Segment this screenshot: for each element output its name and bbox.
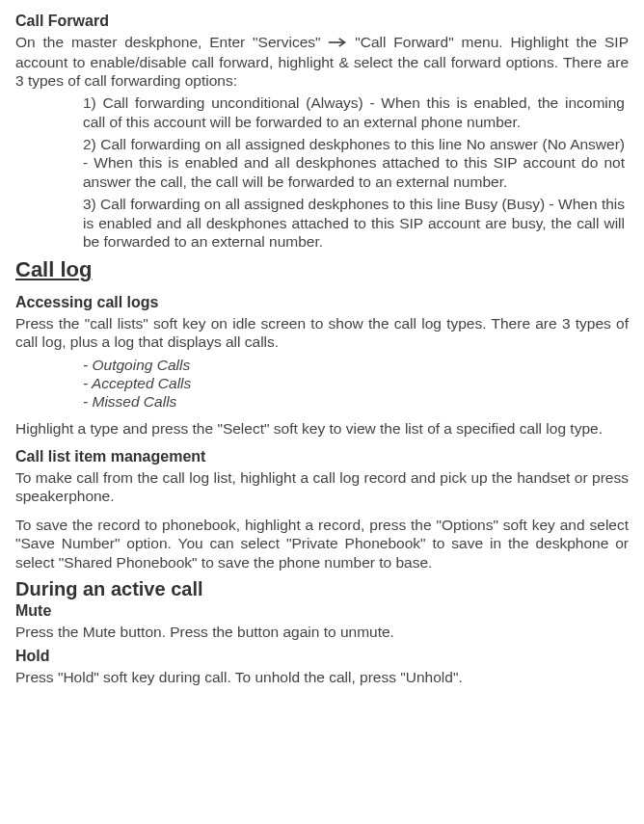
accessing-call-logs-text: Press the "call lists" soft key on idle …	[15, 314, 629, 352]
call-list-mgmt-heading: Call list item management	[15, 447, 629, 466]
log-type-accepted: - Accepted Calls	[83, 374, 629, 392]
accessing-call-logs-heading: Accessing call logs	[15, 293, 629, 312]
mute-text: Press the Mute button. Press the button …	[15, 623, 629, 641]
hold-text: Press "Hold" soft key during call. To un…	[15, 668, 629, 686]
hold-heading: Hold	[15, 647, 629, 666]
call-list-mgmt-text2: To save the record to phonebook, highlig…	[15, 516, 629, 571]
call-list-mgmt-text1: To make call from the call log list, hig…	[15, 468, 629, 506]
mute-heading: Mute	[15, 601, 629, 621]
call-forward-heading: Call Forward	[15, 12, 629, 31]
during-active-call-heading: During an active call	[15, 577, 629, 601]
call-forward-intro-part1: On the master deskphone, Enter "Services…	[15, 34, 328, 50]
arrow-right-icon	[328, 34, 347, 52]
call-forward-intro: On the master deskphone, Enter "Services…	[15, 33, 629, 90]
call-forward-opt3: 3) Call forwarding on all assigned deskp…	[83, 195, 625, 251]
call-forward-opt2: 2) Call forwarding on all assigned deskp…	[83, 135, 625, 191]
highlight-type-text: Highlight a type and press the "Select" …	[15, 419, 629, 438]
log-type-missed: - Missed Calls	[83, 392, 629, 411]
call-forward-opt1: 1) Call forwarding unconditional (Always…	[83, 93, 625, 131]
log-type-outgoing: - Outgoing Calls	[83, 356, 629, 374]
call-log-heading: Call log	[15, 256, 629, 283]
